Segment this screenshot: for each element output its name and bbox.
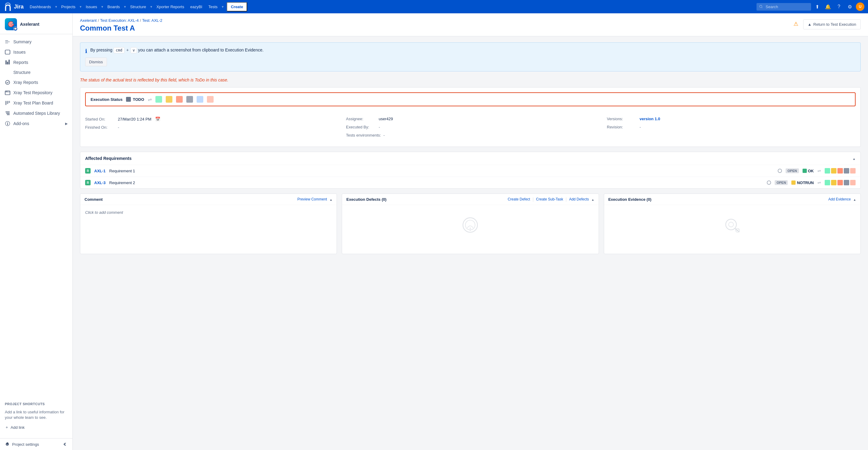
req-color-warn-2[interactable] — [850, 180, 856, 185]
notification-icon-btn[interactable]: 🔔 — [823, 2, 833, 11]
todo-status-notice: The status of the actual test is reflect… — [80, 77, 861, 83]
breadcrumb: Axelerant / Test Execution: AXL-4 / Test… — [80, 18, 162, 23]
sidebar-item-xray-reports[interactable]: Xray Reports — [0, 77, 72, 88]
breadcrumb-test-execution[interactable]: Test Execution: AXL-4 — [100, 18, 139, 23]
req-status-circle-2 — [767, 181, 771, 185]
return-triangle-icon: ▲ — [808, 22, 812, 27]
nav-boards[interactable]: Boards — [105, 3, 122, 11]
sidebar-collapse-button[interactable] — [62, 442, 68, 447]
req-color-ok[interactable] — [825, 168, 830, 173]
search-input[interactable] — [756, 3, 811, 10]
breadcrumb-test[interactable]: Test: AXL-2 — [142, 18, 162, 23]
nav-xporter-reports[interactable]: Xporter Reports — [154, 3, 187, 11]
status-skip-button[interactable] — [186, 96, 193, 103]
nav-structure[interactable]: Structure — [128, 3, 149, 11]
execution-defects-panel: Execution Defects (0) Create Defect | Cr… — [342, 193, 599, 254]
status-info-button[interactable] — [197, 96, 203, 103]
sidebar-item-xray-repo[interactable]: Xray Test Repository — [0, 88, 72, 98]
project-settings-label: Project settings — [12, 442, 39, 447]
req-color-pass-2[interactable] — [831, 180, 836, 185]
sidebar-project-header: 🎯 💬 Axelerant — [0, 13, 72, 34]
calendar-icon[interactable]: 📅 — [155, 117, 160, 122]
xray-board-icon — [5, 100, 10, 106]
req-color-skip[interactable] — [844, 168, 849, 173]
search-icon — [759, 4, 763, 9]
create-subtask-link[interactable]: Create Sub-Task — [536, 197, 563, 201]
add-defects-link[interactable]: Add Defects — [569, 197, 589, 201]
dismiss-button[interactable]: Dismiss — [85, 58, 107, 66]
add-evidence-link[interactable]: Add Evidence — [828, 197, 851, 201]
preview-comment-link[interactable]: Preview Comment — [297, 197, 327, 201]
req-arrows-1: ⇌ — [817, 168, 821, 173]
defects-panel-header: Execution Defects (0) Create Defect | Cr… — [342, 194, 598, 205]
affected-requirements-chevron[interactable] — [852, 156, 856, 161]
comment-panel-chevron[interactable] — [329, 197, 332, 202]
req-link-2[interactable]: AXL-3 — [94, 181, 106, 185]
breadcrumb-sep-1: / — [98, 18, 99, 23]
sidebar-item-addons[interactable]: Add-ons ▶ — [0, 119, 72, 129]
req-color-warn[interactable] — [850, 168, 856, 173]
top-navigation: Jira Dashboards ▼ Projects ▼ Issues ▼ Bo… — [0, 0, 868, 13]
req-link-1[interactable]: AXL-1 — [94, 169, 106, 173]
user-avatar[interactable]: U — [856, 2, 864, 11]
affected-requirements-section: Affected Requirements R AXL-1 Requiremen… — [80, 152, 861, 189]
plus-sign: + — [126, 47, 129, 53]
upload-icon-btn[interactable]: ⬆ — [812, 2, 822, 11]
add-link-button[interactable]: ＋ Add link — [0, 423, 72, 432]
req-color-ok-2[interactable] — [825, 180, 830, 185]
comment-panel: Comment Preview Comment Click to add com… — [80, 193, 337, 254]
breadcrumb-sep-2: / — [140, 18, 141, 23]
executed-by-label: Executed By: — [346, 125, 376, 129]
project-name: Axelerant — [20, 22, 39, 27]
reports-icon — [5, 60, 10, 65]
comment-placeholder[interactable]: Click to add comment — [85, 210, 123, 215]
header-left: Axelerant / Test Execution: AXL-4 / Test… — [80, 18, 162, 32]
create-button[interactable]: Create — [227, 2, 247, 11]
req-color-pass[interactable] — [831, 168, 836, 173]
req-color-fail[interactable] — [837, 168, 843, 173]
status-fail-button[interactable] — [176, 96, 183, 103]
project-icon-badge: 💬 — [13, 27, 18, 31]
nav-tests[interactable]: Tests — [206, 3, 220, 11]
sidebar-item-structure[interactable]: Structure — [0, 67, 72, 77]
status-warn-button[interactable] — [207, 96, 214, 103]
sidebar: 🎯 💬 Axelerant Summary Issues Reports S — [0, 13, 73, 450]
breadcrumb-axelerant[interactable]: Axelerant — [80, 18, 97, 23]
status-pass-button[interactable] — [166, 96, 173, 103]
sidebar-item-steps-library[interactable]: Automated Steps Library — [0, 108, 72, 119]
nav-projects[interactable]: Projects — [59, 3, 78, 11]
evidence-panel-title: Execution Evidence (0) — [608, 197, 651, 202]
details-middle: Assignee: user429 Executed By: - Tests e… — [346, 115, 595, 139]
sidebar-item-reports[interactable]: Reports — [0, 57, 72, 67]
status-ok-button[interactable] — [155, 96, 162, 103]
nav-dashboards[interactable]: Dashboards — [27, 3, 53, 11]
versions-value: version 1.0 — [640, 117, 660, 121]
return-to-execution-button[interactable]: ▲ Return to Test Execution — [803, 20, 861, 29]
sidebar-item-label: Xray Test Repository — [13, 90, 53, 95]
defects-panel-chevron[interactable] — [591, 197, 594, 202]
settings-icon-btn[interactable]: ⚙ — [845, 2, 855, 11]
nav-eazybi[interactable]: eazyBI — [188, 3, 205, 11]
help-icon-btn[interactable]: ? — [834, 2, 844, 11]
req-color-skip-2[interactable] — [844, 180, 849, 185]
sidebar-item-issues[interactable]: Issues — [0, 47, 72, 57]
req-colors-2 — [825, 180, 856, 185]
jira-logo[interactable]: Jira — [4, 2, 24, 11]
sidebar-item-summary[interactable]: Summary — [0, 37, 72, 47]
sidebar-item-xray-board[interactable]: Xray Test Plan Board — [0, 98, 72, 108]
project-settings-link[interactable]: Project settings — [5, 442, 39, 447]
finished-on-row: Finished On: - — [85, 123, 334, 131]
evidence-panel-chevron[interactable] — [853, 197, 856, 202]
tests-environments-value: - — [383, 133, 385, 137]
req-color-fail-2[interactable] — [837, 180, 843, 185]
page-header: Axelerant / Test Execution: AXL-4 / Test… — [73, 13, 868, 36]
defects-empty-icon — [347, 210, 593, 240]
nav-issues[interactable]: Issues — [83, 3, 100, 11]
started-on-row: Started On: 27/Mar/20 1:24 PM 📅 — [85, 115, 334, 123]
sidebar-item-label: Xray Test Plan Board — [13, 100, 53, 105]
req-icon-2: R — [85, 180, 91, 185]
create-defect-link[interactable]: Create Defect — [508, 197, 530, 201]
evidence-empty-icon — [609, 210, 856, 240]
ok-label-1: OK — [808, 169, 814, 173]
comment-panel-body: Click to add comment — [80, 205, 337, 251]
